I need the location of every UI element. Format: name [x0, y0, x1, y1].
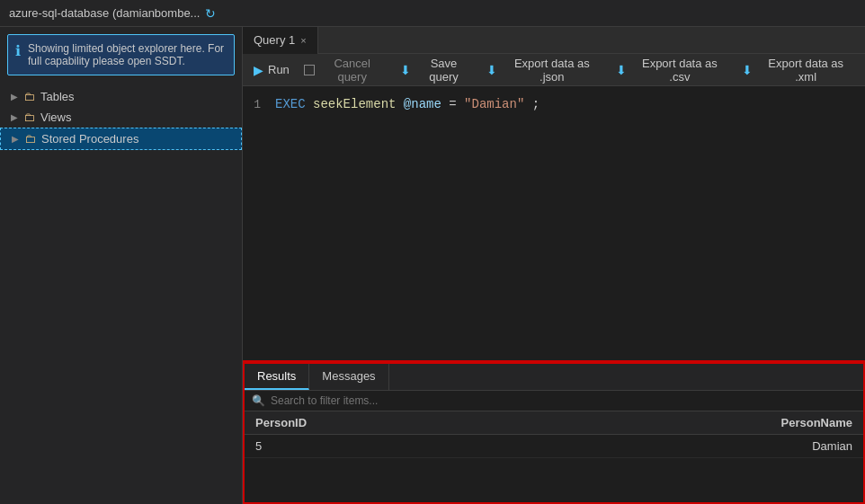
results-tabs: Results Messages: [245, 364, 863, 391]
sidebar-item-label: Tables: [40, 90, 75, 103]
line-number: 1: [246, 98, 275, 111]
export-json-icon: ⬇: [486, 63, 497, 77]
sidebar-item-label: Views: [40, 111, 71, 124]
chevron-icon: ▶: [12, 134, 19, 144]
tab-messages[interactable]: Messages: [309, 364, 388, 390]
chevron-icon: ▶: [11, 92, 18, 102]
info-text: Showing limited object explorer here. Fo…: [28, 42, 227, 67]
export-xml-button[interactable]: ⬇ Export data as .xml: [742, 57, 854, 84]
cell-person-id: 5: [245, 435, 516, 458]
param-name: @name: [404, 97, 441, 111]
toolbar: ▶ Run Cancel query ⬇ Save query ⬇ Export…: [243, 54, 865, 86]
tab-results-label: Results: [257, 369, 296, 383]
export-json-label: Export data as .json: [502, 57, 602, 84]
title-bar: azure-sql-database (damianbombe... ↻: [0, 0, 865, 27]
results-search-bar: 🔍: [245, 391, 863, 411]
run-label: Run: [268, 63, 290, 76]
sidebar-item-label: Stored Procedures: [41, 132, 138, 146]
semicolon: ;: [532, 97, 540, 111]
string-value: "Damian": [464, 97, 524, 111]
info-box: ℹ Showing limited object explorer here. …: [7, 34, 235, 75]
main-layout: ℹ Showing limited object explorer here. …: [0, 27, 865, 504]
save-label: Save query: [415, 57, 472, 84]
results-border: Results Messages 🔍 PersonID: [243, 362, 865, 504]
query-tab-label: Query 1: [254, 33, 295, 47]
save-query-button[interactable]: ⬇ Save query: [400, 57, 472, 84]
cancel-label: Cancel query: [319, 57, 386, 84]
run-icon: ▶: [254, 63, 263, 77]
export-xml-label: Export data as .xml: [757, 57, 854, 84]
folder-icon: 🗀: [23, 111, 35, 124]
chevron-icon: ▶: [11, 112, 18, 122]
sidebar-tree: ▶ 🗀 Tables ▶ 🗀 Views ▶ 🗀 Stored Procedur…: [0, 83, 242, 154]
query-tab-bar: Query 1 ×: [243, 27, 865, 54]
folder-icon: 🗀: [23, 90, 35, 103]
folder-icon: 🗀: [24, 132, 36, 146]
code-line-1: 1 EXEC seekElement @name = "Damian" ;: [243, 97, 865, 111]
db-name-label: azure-sql-database (damianbombe...: [9, 6, 200, 20]
table-header-row: PersonID PersonName: [245, 411, 863, 435]
data-table: PersonID PersonName 5Damian: [245, 411, 863, 458]
db-title: azure-sql-database (damianbombe... ↻: [0, 6, 225, 21]
run-button[interactable]: ▶ Run: [254, 63, 290, 77]
sidebar-item-tables[interactable]: ▶ 🗀 Tables: [0, 86, 242, 107]
export-csv-label: Export data as .csv: [631, 57, 727, 84]
tab-messages-label: Messages: [322, 369, 375, 383]
editor-area: Query 1 × ▶ Run Cancel query ⬇ Save quer…: [243, 27, 865, 504]
export-csv-button[interactable]: ⬇ Export data as .csv: [616, 57, 727, 84]
refresh-icon[interactable]: ↻: [205, 6, 216, 21]
sidebar-item-stored-procedures[interactable]: ▶ 🗀 Stored Procedures: [0, 128, 242, 150]
search-input[interactable]: [271, 394, 450, 407]
keyword-exec: EXEC: [275, 97, 306, 111]
close-icon[interactable]: ×: [300, 35, 306, 46]
operator: =: [449, 97, 464, 111]
code-content: EXEC seekElement @name = "Damian" ;: [275, 97, 540, 111]
stop-icon: [304, 65, 315, 75]
col-person-id: PersonID: [245, 411, 516, 435]
info-icon: ℹ: [15, 42, 21, 67]
col-person-name: PersonName: [516, 411, 863, 435]
results-panel: Results Messages 🔍 PersonID: [243, 360, 865, 504]
results-table: PersonID PersonName 5Damian: [245, 411, 863, 502]
sidebar-item-views[interactable]: ▶ 🗀 Views: [0, 107, 242, 128]
cell-person-name: Damian: [516, 435, 863, 458]
save-icon: ⬇: [400, 63, 411, 77]
export-csv-icon: ⬇: [616, 63, 627, 77]
sidebar: ℹ Showing limited object explorer here. …: [0, 27, 243, 504]
cancel-button[interactable]: Cancel query: [304, 57, 386, 84]
query-tab[interactable]: Query 1 ×: [243, 27, 318, 54]
tab-results[interactable]: Results: [245, 364, 309, 390]
search-icon: 🔍: [252, 394, 265, 407]
export-json-button[interactable]: ⬇ Export data as .json: [486, 57, 602, 84]
function-name: seekElement: [313, 97, 396, 111]
table-row: 5Damian: [245, 435, 863, 458]
code-editor[interactable]: 1 EXEC seekElement @name = "Damian" ;: [243, 86, 865, 360]
export-xml-icon: ⬇: [742, 63, 753, 77]
